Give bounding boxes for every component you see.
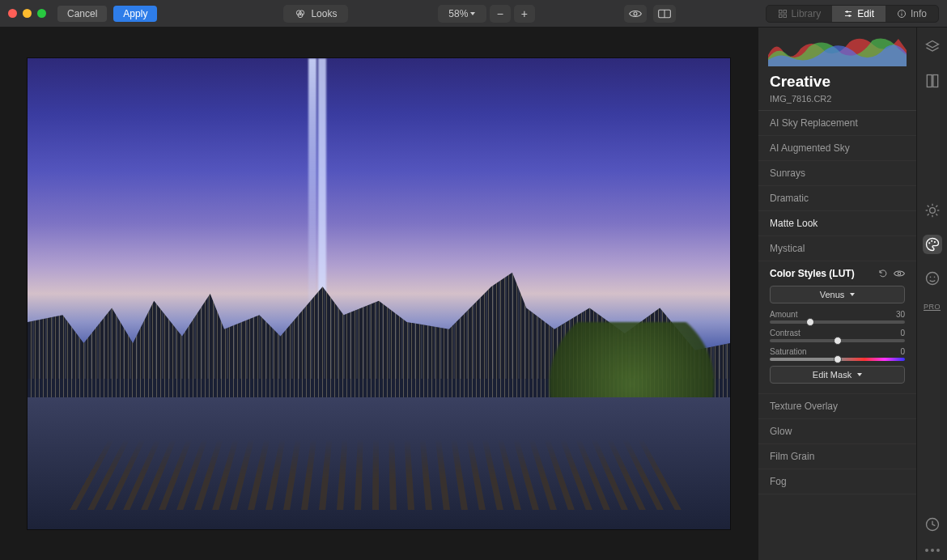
tool-texture-overlay[interactable]: Texture Overlay	[758, 394, 916, 419]
layers-icon	[924, 39, 941, 55]
svg-line-27	[927, 214, 928, 215]
cancel-button[interactable]: Cancel	[57, 6, 107, 22]
preview-toggle-button[interactable]	[624, 5, 647, 23]
tool-ai-sky-replacement[interactable]: AI Sky Replacement	[758, 111, 916, 136]
svg-point-17	[898, 272, 901, 275]
rail-portrait-button[interactable]	[923, 269, 942, 288]
lut-preset-dropdown[interactable]: Venus	[770, 286, 905, 303]
apply-button[interactable]: Apply	[113, 6, 157, 22]
maximize-window-dot[interactable]	[37, 9, 46, 18]
looks-icon	[295, 8, 306, 19]
tool-ai-augmented-sky[interactable]: AI Augmented Sky	[758, 136, 916, 161]
sun-icon	[924, 202, 941, 218]
zoom-in-button[interactable]: +	[514, 5, 535, 23]
svg-rect-7	[784, 10, 787, 13]
sliders-icon	[843, 9, 853, 19]
close-window-dot[interactable]	[8, 9, 17, 18]
panel-title: Creative	[758, 71, 916, 94]
lut-preset-label: Venus	[820, 290, 845, 299]
info-icon	[897, 9, 907, 19]
svg-rect-8	[779, 15, 782, 18]
svg-point-16	[901, 11, 902, 12]
rail-layers-button[interactable]	[923, 37, 942, 57]
reset-section-button[interactable]	[877, 268, 889, 279]
slider-amount-thumb[interactable]	[806, 318, 814, 326]
svg-point-30	[931, 240, 932, 242]
tool-film-grain[interactable]: Film Grain	[758, 444, 916, 469]
zoom-value: 58%	[448, 8, 468, 19]
svg-point-31	[933, 241, 935, 243]
looks-button[interactable]: Looks	[283, 5, 348, 23]
rail-canvas-button[interactable]	[923, 71, 942, 91]
svg-point-3	[634, 12, 637, 15]
tool-sunrays[interactable]: Sunrays	[758, 161, 916, 186]
section-title: Color Styles (LUT)	[770, 268, 855, 279]
rail-creative-button[interactable]	[923, 235, 942, 254]
compare-icon	[658, 9, 671, 19]
tool-mystical[interactable]: Mystical	[758, 236, 916, 261]
tool-fog[interactable]: Fog	[758, 469, 916, 494]
rail-pro-button[interactable]: PRO	[924, 303, 941, 311]
slider-contrast-thumb[interactable]	[834, 337, 842, 345]
section-color-styles-lut: Color Styles (LUT) Venus	[758, 261, 916, 394]
svg-point-34	[933, 277, 935, 278]
eye-icon	[894, 269, 905, 278]
edit-mask-label: Edit Mask	[813, 370, 851, 380]
tab-info[interactable]: Info	[885, 6, 938, 22]
tool-glow[interactable]: Glow	[758, 419, 916, 444]
eye-icon	[629, 9, 642, 19]
slider-amount[interactable]: Amount 30	[770, 310, 905, 324]
tab-edit[interactable]: Edit	[832, 6, 885, 22]
window-traffic-lights[interactable]	[8, 9, 46, 18]
tab-info-label: Info	[911, 8, 927, 19]
photo-preview	[28, 58, 730, 529]
chevron-down-icon	[850, 293, 855, 296]
library-icon	[778, 9, 788, 19]
canvas-area[interactable]	[0, 28, 758, 560]
svg-point-20	[929, 208, 935, 214]
svg-point-33	[929, 277, 931, 278]
svg-rect-9	[784, 15, 787, 18]
palette-icon	[924, 236, 941, 252]
canvas-icon	[924, 73, 941, 89]
slider-saturation[interactable]: Saturation 0	[770, 347, 905, 361]
svg-line-25	[927, 206, 928, 207]
slider-amount-label: Amount	[770, 310, 797, 319]
tool-category-rail: PRO	[916, 28, 947, 560]
edit-mask-button[interactable]: Edit Mask	[770, 366, 905, 384]
svg-point-11	[847, 11, 849, 13]
slider-contrast[interactable]: Contrast 0	[770, 329, 905, 342]
slider-saturation-label: Saturation	[770, 347, 807, 356]
slider-contrast-label: Contrast	[770, 329, 800, 337]
slider-amount-value: 30	[896, 310, 905, 319]
rail-history-button[interactable]	[923, 515, 942, 534]
tab-library[interactable]: Library	[767, 6, 833, 22]
compare-toggle-button[interactable]	[653, 5, 676, 23]
svg-line-28	[936, 206, 937, 207]
svg-point-13	[849, 15, 851, 17]
histogram[interactable]	[768, 31, 907, 66]
tool-matte-look[interactable]: Matte Look	[758, 211, 916, 236]
clock-icon	[924, 516, 941, 532]
edit-panel: Creative IMG_7816.CR2 AI Sky Replacement…	[758, 28, 916, 560]
looks-label: Looks	[311, 8, 337, 19]
toggle-visibility-button[interactable]	[894, 268, 905, 279]
zoom-level-dropdown[interactable]: 58%	[438, 5, 486, 23]
rail-essentials-button[interactable]	[923, 201, 942, 220]
svg-rect-19	[932, 75, 937, 87]
face-icon	[924, 270, 941, 286]
chevron-down-icon	[470, 12, 475, 15]
undo-icon	[878, 269, 888, 278]
zoom-out-button[interactable]: −	[490, 5, 511, 23]
tool-dramatic[interactable]: Dramatic	[758, 186, 916, 211]
svg-point-29	[928, 242, 930, 244]
view-mode-segmented[interactable]: Library Edit Info	[766, 5, 939, 23]
slider-saturation-thumb[interactable]	[834, 355, 842, 363]
rail-more-button[interactable]	[925, 549, 940, 552]
minimize-window-dot[interactable]	[23, 9, 32, 18]
svg-line-26	[936, 214, 937, 215]
chevron-down-icon	[857, 373, 862, 376]
tab-edit-label: Edit	[857, 8, 874, 19]
svg-rect-18	[927, 75, 932, 87]
slider-saturation-value: 0	[900, 347, 905, 356]
